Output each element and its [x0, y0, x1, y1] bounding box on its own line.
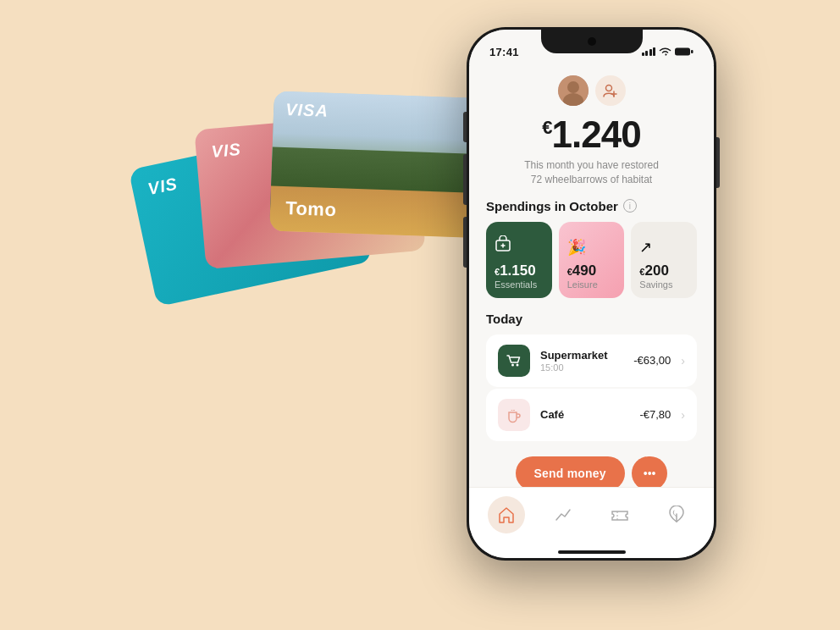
balance-section: €1.240 This month you have restored 72 w… [486, 116, 697, 187]
phone-shell: 17:41 [467, 27, 716, 561]
svg-point-11 [511, 363, 514, 366]
essentials-amount: €1.150 [495, 263, 536, 278]
phone-content: €1.240 This month you have restored 72 w… [469, 65, 714, 487]
cafe-icon [506, 406, 522, 423]
leisure-icon: 🎉 [567, 238, 586, 257]
status-icons [642, 47, 694, 57]
supermarket-amount: -€63,00 [633, 354, 671, 367]
battery-icon [675, 47, 694, 57]
nav-ticket[interactable] [601, 496, 638, 533]
send-money-button[interactable]: Send money [516, 456, 625, 487]
info-icon[interactable]: i [623, 199, 637, 213]
spending-cards: €1.150 Essentials 🎉 €490 Leisure [486, 222, 697, 298]
savings-label: Savings [639, 279, 672, 290]
spendings-title: Spendings in October [486, 199, 618, 213]
signal-bar-1 [642, 52, 644, 56]
signal-bar-3 [649, 49, 652, 56]
home-indicator-bar [469, 541, 714, 558]
essentials-label: Essentials [495, 279, 537, 290]
leisure-amount: €490 [567, 263, 597, 278]
home-icon [497, 506, 516, 524]
balance-amount: €1.240 [486, 116, 697, 153]
wifi-icon [659, 47, 671, 57]
svg-rect-0 [675, 48, 690, 56]
phone-side-btn-left-2 [463, 154, 467, 205]
home-indicator [558, 550, 626, 554]
avatar-section [486, 75, 697, 106]
ticket-icon [611, 506, 629, 524]
nav-leaf[interactable] [658, 496, 695, 533]
nav-chart[interactable] [544, 496, 582, 533]
spendings-header: Spendings in October i [486, 199, 697, 213]
spending-card-leisure[interactable]: 🎉 €490 Leisure [559, 222, 625, 298]
svg-point-3 [567, 81, 579, 93]
status-time: 17:41 [489, 46, 519, 58]
essentials-svg [495, 235, 511, 252]
supermarket-time: 15:00 [540, 362, 623, 373]
supermarket-chevron: › [681, 354, 685, 368]
cafe-name: Café [540, 408, 629, 421]
cafe-amount: -€7,80 [639, 408, 671, 421]
savings-icon: ↗ [639, 238, 652, 257]
today-title: Today [486, 312, 697, 326]
signal-icon [642, 47, 656, 56]
nav-home[interactable] [488, 496, 525, 533]
cafe-icon-wrap [498, 399, 530, 431]
phone-side-btn-left-3 [463, 217, 467, 268]
bottom-nav [469, 487, 714, 541]
balance-value: 1.240 [552, 113, 641, 155]
supermarket-name: Supermarket [540, 349, 623, 362]
floating-actions: Send money ••• [486, 450, 697, 487]
leaf-icon [667, 506, 686, 524]
cafe-info: Café [540, 408, 629, 421]
avatar-face [558, 75, 589, 106]
supermarket-icon-wrap [498, 345, 530, 377]
more-button[interactable]: ••• [632, 456, 668, 487]
balance-subtitle: This month you have restored 72 wheelbar… [486, 158, 697, 187]
leisure-label: Leisure [567, 279, 598, 290]
avatar-svg [558, 75, 589, 106]
phone-side-btn-left-1 [463, 112, 467, 142]
card-pink-brand: VIS [211, 140, 242, 162]
card-teal-brand: VIS [146, 174, 180, 199]
spending-card-savings[interactable]: ↗ €200 Savings [631, 222, 697, 298]
transaction-list: Supermarket 15:00 -€63,00 › [486, 334, 697, 441]
phone-notch [541, 30, 643, 53]
user-avatar[interactable] [558, 75, 589, 106]
savings-amount: €200 [639, 263, 669, 278]
balance-subtitle-line1: This month you have restored [524, 159, 659, 171]
card-nature-text: Tomo [285, 197, 337, 221]
signal-bar-4 [653, 47, 655, 56]
transaction-supermarket[interactable]: Supermarket 15:00 -€63,00 › [486, 334, 697, 387]
card-nature[interactable]: VISA Tomo [269, 91, 495, 239]
add-person-icon [603, 83, 618, 98]
balance-subtitle-line2: 72 wheelbarrows of habitat [531, 174, 652, 185]
card-nature-brand: VISA [285, 100, 329, 120]
svg-point-5 [605, 86, 611, 91]
svg-rect-1 [691, 50, 694, 53]
supermarket-icon [506, 352, 522, 369]
supermarket-info: Supermarket 15:00 [540, 349, 623, 373]
phone-side-btn-right [716, 137, 720, 188]
add-person-button[interactable] [595, 75, 626, 106]
balance-euro-symbol: € [542, 117, 551, 138]
signal-bar-2 [645, 51, 648, 56]
transaction-cafe[interactable]: Café -€7,80 › [486, 389, 697, 441]
notch-camera [588, 37, 596, 46]
phone-inner: 17:41 [469, 30, 714, 558]
scene: VIS VIS VISA Tomo 17:41 [124, 27, 716, 603]
spending-card-essentials[interactable]: €1.150 Essentials [486, 222, 552, 298]
essentials-icon [495, 235, 511, 257]
cafe-chevron: › [681, 408, 685, 422]
chart-icon [554, 506, 572, 524]
svg-point-12 [517, 363, 519, 366]
